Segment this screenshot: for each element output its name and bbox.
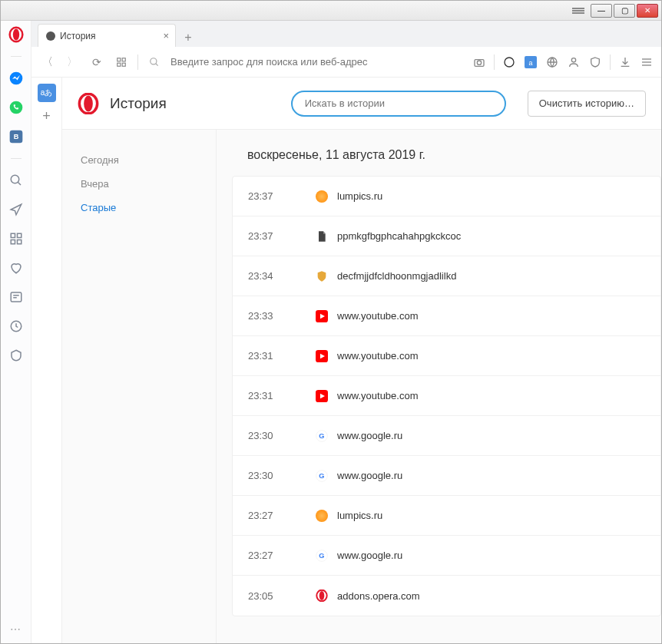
- menu-icon[interactable]: [640, 55, 654, 69]
- search-icon: [146, 54, 163, 71]
- minimize-button[interactable]: —: [591, 4, 612, 18]
- whatsapp-icon[interactable]: [8, 100, 24, 115]
- history-row[interactable]: 23:30Gwww.google.ru: [233, 416, 660, 456]
- favicon-icon: G: [316, 430, 328, 442]
- favicon-icon: [316, 350, 328, 362]
- history-row[interactable]: 23:31www.youtube.com: [233, 336, 660, 376]
- svg-rect-18: [118, 63, 121, 66]
- history-time: 23:30: [248, 430, 279, 441]
- history-row[interactable]: 23:27Gwww.google.ru: [233, 536, 660, 576]
- svg-point-44: [319, 591, 325, 600]
- svg-rect-10: [11, 240, 15, 244]
- opera-logo-icon: [78, 93, 99, 114]
- address-bar: 〈 〉 ⟳ a: [31, 47, 661, 78]
- clear-history-button[interactable]: Очистить историю…: [528, 91, 646, 117]
- news-icon[interactable]: [8, 289, 24, 305]
- extensions-icon[interactable]: [8, 348, 24, 363]
- history-site: www.youtube.com: [316, 350, 419, 362]
- history-nav: СегодняВчераСтарые: [62, 130, 216, 643]
- window-control-icon[interactable]: [572, 5, 584, 16]
- forward-button[interactable]: 〉: [64, 54, 81, 71]
- history-nav-item[interactable]: Сегодня: [81, 148, 216, 172]
- speeddial-button[interactable]: [113, 54, 130, 71]
- history-site: ppmkgfbgphcahahpgkckcoc: [316, 230, 461, 243]
- history-site: www.youtube.com: [316, 390, 419, 402]
- sidepanel-add-button[interactable]: +: [42, 108, 51, 124]
- rail-more-icon[interactable]: ⋯: [10, 623, 22, 636]
- address-input[interactable]: [170, 56, 465, 68]
- vk-icon[interactable]: B: [8, 129, 24, 144]
- history-time: 23:31: [248, 390, 279, 401]
- history-site: Gwww.google.ru: [316, 470, 402, 482]
- translate-badge-icon[interactable]: aあ: [38, 84, 56, 102]
- history-search[interactable]: [291, 91, 506, 117]
- speeddial-icon[interactable]: [8, 231, 24, 246]
- back-button[interactable]: 〈: [39, 54, 56, 71]
- history-row[interactable]: 23:31www.youtube.com: [233, 376, 660, 416]
- reload-button[interactable]: ⟳: [88, 54, 105, 71]
- close-button[interactable]: ✕: [637, 4, 658, 18]
- left-rail: B ⋯: [1, 21, 31, 643]
- history-time: 23:34: [248, 270, 279, 282]
- page-title: История: [110, 95, 167, 112]
- history-row[interactable]: 23:27lumpics.ru: [233, 496, 660, 536]
- history-site: lumpics.ru: [316, 510, 382, 522]
- window-frame: — ▢ ✕ B ⋯ Ис: [0, 0, 662, 644]
- heart-icon[interactable]: [8, 260, 24, 276]
- history-row[interactable]: 23:37ppmkgfbgphcahahpgkckcoc: [233, 216, 660, 256]
- history-row[interactable]: 23:30Gwww.google.ru: [233, 456, 660, 496]
- svg-rect-17: [122, 58, 125, 61]
- svg-rect-9: [17, 233, 21, 237]
- svg-point-33: [84, 95, 93, 111]
- history-site: www.youtube.com: [316, 310, 419, 322]
- camera-icon[interactable]: [472, 55, 486, 69]
- tab-close-icon[interactable]: ×: [163, 30, 169, 41]
- sidepanel: aあ +: [31, 78, 62, 643]
- history-time: 23:27: [248, 550, 279, 561]
- history-list: 23:37lumpics.ru23:37ppmkgfbgphcahahpgkck…: [232, 176, 661, 616]
- favicon-icon: G: [316, 550, 328, 562]
- opera-logo-icon[interactable]: [8, 27, 24, 42]
- translate-icon[interactable]: a: [524, 55, 538, 69]
- history-site: Gwww.google.ru: [316, 550, 402, 562]
- history-time: 23:31: [248, 350, 279, 362]
- favicon-icon: [316, 270, 328, 282]
- history-rail-icon[interactable]: [8, 319, 24, 334]
- new-tab-button[interactable]: +: [179, 28, 197, 47]
- history-time: 23:27: [248, 510, 279, 521]
- favicon-icon: [316, 510, 328, 522]
- svg-point-23: [477, 61, 481, 64]
- history-site: lumpics.ru: [316, 190, 382, 203]
- opera-ext-icon[interactable]: [502, 55, 516, 69]
- messenger-icon[interactable]: [8, 71, 24, 86]
- history-site: decfmjjdfcldhoonmgjadlilkd: [316, 270, 456, 282]
- history-row[interactable]: 23:33www.youtube.com: [233, 296, 660, 336]
- svg-point-24: [505, 58, 514, 67]
- user-icon[interactable]: [567, 55, 581, 69]
- favicon-icon: [316, 230, 328, 243]
- favicon-icon: G: [316, 470, 328, 482]
- maximize-button[interactable]: ▢: [614, 4, 635, 18]
- history-main: воскресенье, 11 августа 2019 г. 23:37lum…: [216, 130, 661, 643]
- globe-icon[interactable]: [545, 55, 559, 69]
- tab-strip: История × +: [31, 21, 661, 47]
- history-nav-item[interactable]: Вчера: [81, 172, 216, 196]
- history-search-input[interactable]: [305, 97, 492, 109]
- history-time: 23:33: [248, 310, 279, 322]
- shield-icon[interactable]: [588, 55, 602, 69]
- tab-title: История: [60, 31, 96, 41]
- svg-rect-11: [17, 240, 21, 244]
- svg-text:a: a: [528, 59, 532, 67]
- history-row[interactable]: 23:34decfmjjdfcldhoonmgjadlilkd: [233, 256, 660, 296]
- history-row[interactable]: 23:05addons.opera.com: [233, 576, 660, 616]
- svg-line-7: [18, 182, 21, 185]
- search-rail-icon[interactable]: [8, 173, 24, 188]
- download-icon[interactable]: [618, 55, 632, 69]
- favicon-icon: [316, 390, 328, 402]
- tab-favicon-icon: [46, 31, 55, 41]
- svg-text:G: G: [319, 432, 324, 440]
- history-nav-item[interactable]: Старые: [81, 196, 216, 220]
- tab-history[interactable]: История ×: [38, 24, 176, 47]
- history-row[interactable]: 23:37lumpics.ru: [233, 177, 660, 216]
- send-icon[interactable]: [8, 202, 24, 217]
